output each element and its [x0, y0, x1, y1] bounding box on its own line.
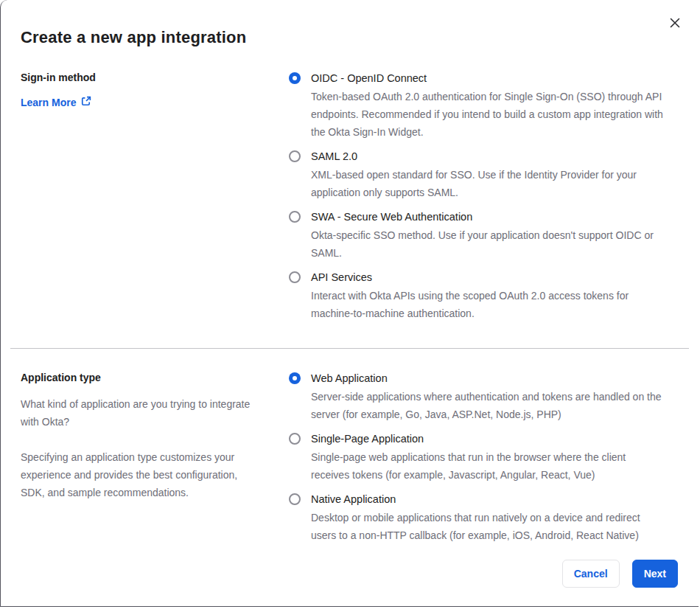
radio-api-services[interactable] — [289, 271, 301, 283]
application-type-question: What kind of application are you trying … — [21, 395, 264, 431]
option-api-services-description: Interact with Okta APIs using the scoped… — [311, 287, 666, 322]
option-api-services-label: API Services — [311, 269, 666, 285]
radio-spa[interactable] — [289, 433, 301, 445]
option-oidc-description: Token-based OAuth 2.0 authentication for… — [311, 88, 666, 141]
option-spa-description: Single-page web applications that run in… — [311, 448, 666, 484]
option-native-application-label: Native Application — [311, 491, 666, 507]
radio-saml[interactable] — [289, 150, 301, 162]
option-oidc-label: OIDC - OpenID Connect — [311, 70, 666, 86]
option-saml-description: XML-based open standard for SSO. Use if … — [311, 166, 666, 201]
learn-more-label: Learn More — [21, 95, 76, 110]
option-swa-description: Okta-specific SSO method. Use if your ap… — [311, 226, 666, 262]
signin-method-section: Sign-in method Learn More OIDC - OpenID … — [21, 70, 679, 322]
close-icon — [670, 18, 680, 30]
option-web-application[interactable]: Web Application Server-side applications… — [289, 370, 666, 423]
dialog-title: Create a new app integration — [21, 0, 679, 47]
radio-oidc[interactable] — [289, 72, 301, 84]
option-spa-label: Single-Page Application — [311, 431, 666, 447]
application-type-heading: Application type — [21, 370, 264, 385]
application-type-note: Specifying an application type customize… — [21, 448, 264, 501]
option-web-application-description: Server-side applications where authentic… — [311, 388, 666, 423]
external-link-icon — [81, 95, 91, 110]
option-native-application[interactable]: Native Application Desktop or mobile app… — [289, 491, 666, 544]
next-button[interactable]: Next — [632, 560, 678, 588]
option-oidc[interactable]: OIDC - OpenID Connect Token-based OAuth … — [289, 70, 666, 141]
option-swa-label: SWA - Secure Web Authentication — [311, 209, 666, 225]
learn-more-link[interactable]: Learn More — [21, 95, 91, 110]
application-type-section: Application type What kind of applicatio… — [21, 349, 679, 544]
close-button[interactable] — [666, 15, 684, 32]
radio-web-application[interactable] — [289, 372, 301, 384]
option-saml[interactable]: SAML 2.0 XML-based open standard for SSO… — [289, 148, 666, 201]
cancel-button[interactable]: Cancel — [562, 560, 620, 588]
option-web-application-label: Web Application — [311, 370, 666, 386]
create-app-integration-dialog: Create a new app integration Sign-in met… — [0, 0, 699, 607]
option-swa[interactable]: SWA - Secure Web Authentication Okta-spe… — [289, 209, 666, 262]
option-native-application-description: Desktop or mobile applications that run … — [311, 509, 666, 544]
radio-swa[interactable] — [289, 211, 301, 223]
signin-method-heading: Sign-in method — [21, 70, 264, 85]
option-api-services[interactable]: API Services Interact with Okta APIs usi… — [289, 269, 666, 322]
option-saml-label: SAML 2.0 — [311, 148, 666, 164]
dialog-footer: Cancel Next — [562, 560, 678, 588]
option-spa[interactable]: Single-Page Application Single-page web … — [289, 431, 666, 484]
radio-native-application[interactable] — [289, 493, 301, 505]
